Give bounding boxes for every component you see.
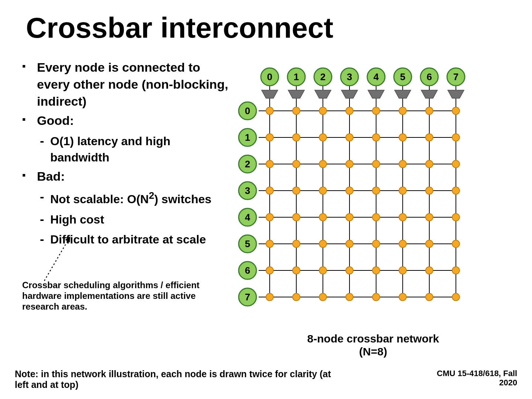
svg-point-51 (319, 214, 327, 221)
svg-text:4: 4 (374, 71, 379, 82)
slide-title: Crossbar interconnect (26, 11, 333, 45)
svg-point-29 (372, 134, 380, 141)
svg-marker-110 (448, 90, 464, 98)
svg-point-64 (452, 240, 460, 248)
svg-point-68 (346, 267, 353, 274)
svg-marker-82 (262, 90, 278, 98)
svg-point-65 (266, 267, 273, 274)
svg-point-44 (346, 187, 353, 194)
svg-text:1: 1 (294, 71, 299, 82)
svg-point-61 (372, 240, 380, 248)
svg-text:0: 0 (245, 105, 250, 116)
svg-text:0: 0 (267, 71, 272, 82)
svg-point-71 (426, 267, 433, 274)
svg-point-52 (346, 214, 353, 221)
annotation-arrow-icon (41, 233, 85, 284)
svg-text:1: 1 (245, 132, 250, 143)
caption-line-2: (N=8) (359, 345, 387, 358)
svg-point-37 (372, 160, 380, 168)
course-line-1: CMU 15-418/618, Fall (437, 369, 517, 378)
svg-point-59 (319, 240, 327, 248)
svg-point-23 (426, 107, 433, 115)
sub1-sup: 2 (149, 190, 154, 201)
svg-text:5: 5 (400, 71, 405, 82)
svg-point-42 (293, 187, 300, 194)
diagram-caption: 8-node crossbar network (N=8) (281, 332, 466, 358)
svg-point-35 (319, 160, 327, 168)
svg-text:2: 2 (245, 158, 250, 170)
svg-point-54 (399, 214, 406, 221)
svg-point-39 (426, 160, 433, 168)
svg-text:6: 6 (245, 265, 250, 276)
svg-point-32 (452, 134, 460, 141)
svg-text:6: 6 (427, 71, 432, 82)
svg-point-28 (346, 134, 353, 141)
svg-text:5: 5 (245, 238, 250, 249)
content-block: Every node is connected to every other n… (22, 59, 229, 250)
svg-point-19 (319, 107, 327, 115)
svg-marker-90 (315, 90, 331, 98)
svg-point-67 (319, 267, 327, 274)
svg-point-56 (452, 214, 460, 221)
svg-point-45 (372, 187, 380, 194)
svg-point-21 (372, 107, 380, 115)
svg-point-79 (426, 293, 433, 301)
svg-point-48 (452, 187, 460, 194)
crossbar-diagram: 0123456701234567 (236, 63, 466, 329)
svg-point-78 (399, 293, 406, 301)
svg-point-22 (399, 107, 406, 115)
svg-point-58 (293, 240, 300, 248)
svg-point-36 (346, 160, 353, 168)
svg-point-31 (426, 134, 433, 141)
svg-point-74 (293, 293, 300, 301)
bullet-3-sub-2: High cost (37, 211, 229, 228)
svg-text:7: 7 (245, 291, 250, 303)
svg-text:3: 3 (245, 185, 250, 196)
svg-point-40 (452, 160, 460, 168)
bullet-3-label: Bad: (37, 169, 65, 183)
svg-marker-86 (288, 90, 304, 98)
svg-point-27 (319, 134, 327, 141)
svg-marker-94 (341, 90, 358, 98)
svg-point-38 (399, 160, 406, 168)
svg-point-17 (266, 107, 273, 115)
svg-point-18 (293, 107, 300, 115)
svg-text:4: 4 (245, 212, 250, 223)
svg-point-69 (372, 267, 380, 274)
svg-point-72 (452, 267, 460, 274)
slide: Crossbar interconnect Every node is conn… (0, 0, 532, 399)
svg-point-63 (426, 240, 433, 248)
svg-point-50 (293, 214, 300, 221)
bullet-1: Every node is connected to every other n… (22, 59, 229, 110)
svg-marker-98 (368, 90, 384, 98)
course-info: CMU 15-418/618, Fall 2020 (437, 369, 517, 388)
svg-point-49 (266, 214, 273, 221)
svg-text:3: 3 (347, 71, 352, 82)
footer-note: Note: in this network illustration, each… (15, 369, 347, 390)
svg-point-76 (346, 293, 353, 301)
svg-point-47 (426, 187, 433, 194)
svg-point-41 (266, 187, 273, 194)
bullet-2-sublist: O(1) latency and high bandwidth (37, 133, 229, 166)
svg-point-53 (372, 214, 380, 221)
svg-point-66 (293, 267, 300, 274)
bullet-2-sub-1: O(1) latency and high bandwidth (37, 133, 229, 166)
svg-point-77 (372, 293, 380, 301)
sub1-post: ) switches (154, 192, 212, 206)
svg-text:7: 7 (453, 71, 458, 82)
bullet-list: Every node is connected to every other n… (22, 59, 229, 248)
course-line-2: 2020 (499, 378, 517, 387)
svg-text:2: 2 (320, 71, 325, 82)
svg-line-0 (44, 236, 70, 281)
svg-marker-106 (421, 90, 437, 98)
svg-point-20 (346, 107, 353, 115)
svg-marker-102 (395, 90, 411, 98)
svg-point-70 (399, 267, 406, 274)
svg-point-60 (346, 240, 353, 248)
svg-point-30 (399, 134, 406, 141)
annotation-text: Crossbar scheduling algorithms / efficie… (22, 280, 207, 312)
svg-point-34 (293, 160, 300, 168)
svg-point-25 (266, 134, 273, 141)
svg-point-43 (319, 187, 327, 194)
svg-point-33 (266, 160, 273, 168)
